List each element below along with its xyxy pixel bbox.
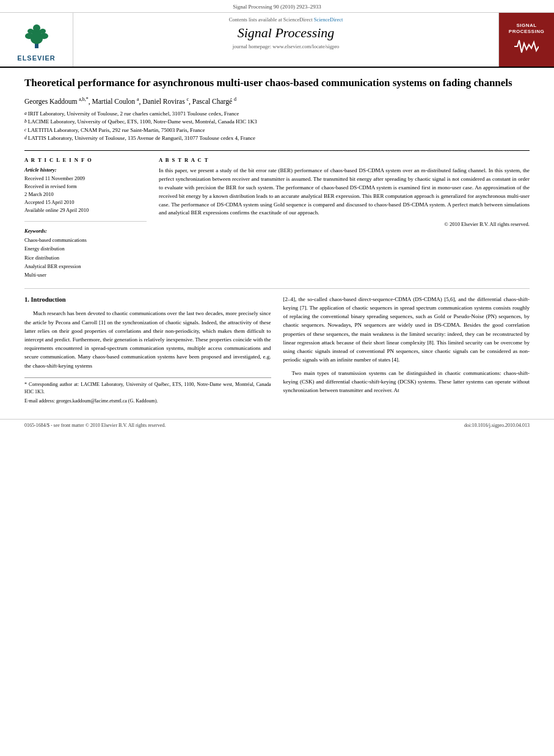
- journal-badge: SIGNAL PROCESSING: [499, 13, 554, 67]
- article-info-column: A R T I C L E I N F O Article history: R…: [24, 157, 147, 280]
- footnote-corresponding: * Corresponding author at: LACIME Labora…: [24, 381, 271, 396]
- author-martial: Martial Coulon a: [92, 98, 139, 105]
- bottom-bar: 0165-1684/$ - see front matter © 2010 El…: [0, 419, 554, 431]
- section1-title: 1. Introduction: [24, 295, 271, 305]
- top-bar: Signal Processing 90 (2010) 2923–2933: [0, 0, 554, 13]
- author-daniel: Daniel Roviras c: [142, 98, 189, 105]
- revised-date: 2 March 2010: [24, 191, 54, 197]
- body-divider: [24, 288, 530, 289]
- svg-point-4: [25, 33, 34, 39]
- body-right-column: [2–4], the so-called chaos-based direct-…: [283, 295, 530, 407]
- badge-line1: SIGNAL: [509, 23, 544, 29]
- info-divider: [24, 221, 147, 222]
- copyright-line: © 2010 Elsevier B.V. All rights reserved…: [159, 221, 530, 227]
- affiliations: a IRIT Laboratory, University of Toulous…: [24, 110, 530, 143]
- journal-title-area: Contents lists available at ScienceDirec…: [73, 13, 499, 67]
- affiliation-b: b LACIME Laboratory, University of Québe…: [24, 118, 530, 126]
- keyword-5: Multi-user: [24, 271, 147, 279]
- keyword-3: Rice distribution: [24, 253, 147, 262]
- footnote-area: * Corresponding author at: LACIME Labora…: [24, 377, 271, 405]
- journal-header: ELSEVIER Contents lists available at Sci…: [0, 13, 554, 68]
- article-history: Article history: Received 11 November 20…: [24, 167, 147, 215]
- svg-point-6: [27, 29, 34, 34]
- signal-wave-icon: [514, 37, 539, 56]
- page-wrapper: Signal Processing 90 (2010) 2923–2933 EL…: [0, 0, 554, 431]
- abstract-column: A B S T R A C T In this paper, we presen…: [159, 157, 530, 280]
- online-date: Available online 29 April 2010: [24, 207, 89, 213]
- authors-line: Georges Kaddoum a,b,*, Martial Coulon a,…: [24, 96, 530, 105]
- keywords-label: Keywords:: [24, 228, 147, 234]
- intro-paragraph-2: [2–4], the so-called chaos-based direct-…: [283, 295, 530, 365]
- journal-title: Signal Processing: [79, 25, 492, 41]
- intro-paragraph-1: Much research has been devoted to chaoti…: [24, 309, 271, 370]
- footnote-email: E-mail address: georges.kaddoum@lacime.e…: [24, 398, 271, 405]
- main-content: Theoretical performance for asynchronous…: [0, 68, 554, 419]
- affiliation-d: d LATTIS Laboratory, University of Toulo…: [24, 134, 530, 143]
- author-georges: Georges Kaddoum a,b,*: [24, 98, 89, 105]
- accepted-date: Accepted 15 April 2010: [24, 199, 74, 205]
- journal-homepage: journal homepage: www.elsevier.com/locat…: [79, 43, 492, 49]
- abstract-text: In this paper, we present a study of the…: [159, 167, 530, 218]
- section1-number: 1.: [24, 296, 29, 303]
- affiliation-c: c LAETITIA Laboratory, CNAM Paris, 292 r…: [24, 126, 530, 135]
- badge-line2: PROCESSING: [509, 29, 544, 35]
- elsevier-tree-icon: [18, 18, 55, 51]
- info-abstract-section: A R T I C L E I N F O Article history: R…: [24, 150, 530, 280]
- sciencedirect-link[interactable]: ScienceDirect: [314, 16, 343, 23]
- author-pascal: Pascal Chargé d: [192, 98, 236, 105]
- doi-line: doi:10.1016/j.sigpro.2010.04.013: [464, 423, 530, 428]
- elsevier-wordmark: ELSEVIER: [17, 54, 55, 62]
- keyword-4: Analytical BER expression: [24, 262, 147, 271]
- svg-point-5: [40, 33, 48, 39]
- keyword-1: Chaos-based communications: [24, 236, 147, 244]
- history-label: Article history:: [24, 167, 147, 173]
- section1-label: Introduction: [31, 296, 66, 303]
- svg-point-7: [40, 29, 46, 34]
- sciencedirect-line: Contents lists available at ScienceDirec…: [79, 16, 492, 23]
- received-date: Received 11 November 2009: [24, 175, 85, 181]
- affiliation-a: a IRIT Laboratory, University of Toulous…: [24, 110, 530, 118]
- paper-title: Theoretical performance for asynchronous…: [24, 76, 530, 90]
- body-columns: 1. Introduction Much research has been d…: [24, 295, 530, 407]
- keyword-2: Energy distribution: [24, 244, 147, 253]
- badge-content: SIGNAL PROCESSING: [509, 23, 544, 57]
- svg-point-3: [33, 24, 40, 32]
- journal-citation: Signal Processing 90 (2010) 2923–2933: [233, 4, 321, 10]
- elsevier-logo: ELSEVIER: [17, 18, 55, 62]
- intro-paragraph-3: Two main types of transmission systems c…: [283, 369, 530, 395]
- elsevier-logo-area: ELSEVIER: [0, 13, 73, 67]
- abstract-heading: A B S T R A C T: [159, 157, 530, 163]
- copyright-footer: 0165-1684/$ - see front matter © 2010 El…: [24, 423, 166, 428]
- body-left-column: 1. Introduction Much research has been d…: [24, 295, 271, 407]
- article-info-heading: A R T I C L E I N F O: [24, 157, 147, 163]
- keywords-section: Keywords: Chaos-based communications Ene…: [24, 228, 147, 280]
- revised-label: Received in revised form: [24, 183, 77, 189]
